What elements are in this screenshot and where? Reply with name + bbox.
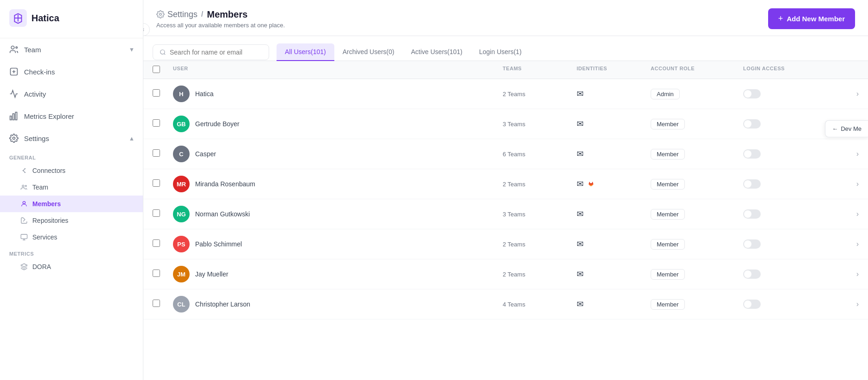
svg-point-14 xyxy=(25,185,27,187)
row-chevron-icon[interactable]: › xyxy=(836,210,859,218)
sidebar-item-connectors[interactable]: Connectors xyxy=(0,162,143,179)
row-checkbox[interactable] xyxy=(153,179,173,189)
identity-icons: ✉ xyxy=(577,179,651,189)
login-toggle[interactable] xyxy=(743,119,761,129)
login-access-cell[interactable] xyxy=(743,149,836,159)
breadcrumb-settings: Settings xyxy=(156,10,197,19)
svg-point-15 xyxy=(23,202,25,204)
login-toggle[interactable] xyxy=(743,209,761,219)
user-name: Casper xyxy=(195,150,216,158)
row-select-checkbox[interactable] xyxy=(153,119,160,127)
row-chevron-icon[interactable]: › xyxy=(836,90,859,98)
login-access-cell[interactable] xyxy=(743,300,836,309)
row-select-checkbox[interactable] xyxy=(153,239,160,247)
svg-point-18 xyxy=(160,49,165,54)
table-header: USER TEAMS IDENTITIES ACCOUNT ROLE LOGIN… xyxy=(143,61,868,79)
sidebar-item-repositories[interactable]: Repositories xyxy=(0,212,143,229)
role-cell: Member xyxy=(651,209,743,220)
login-access-cell[interactable] xyxy=(743,179,836,189)
sidebar-item-metrics-explorer[interactable]: Metrics Explorer xyxy=(0,105,143,127)
login-access-cell[interactable] xyxy=(743,89,836,98)
svg-rect-16 xyxy=(21,234,27,239)
login-access-cell[interactable] xyxy=(743,119,836,129)
breadcrumb-page-label: Members xyxy=(207,9,248,20)
sidebar-item-team[interactable]: Team ▾ xyxy=(0,38,143,61)
role-cell: Member xyxy=(651,299,743,310)
login-toggle[interactable] xyxy=(743,179,761,189)
teams-count: 3 Teams xyxy=(503,211,577,218)
side-panel-label: Dev Me xyxy=(841,125,862,132)
role-badge: Member xyxy=(651,209,685,220)
sidebar-item-team-sub[interactable]: Team xyxy=(0,179,143,196)
row-chevron-icon[interactable]: › xyxy=(836,240,859,248)
sidebar-item-settings[interactable]: Settings ▴ xyxy=(0,127,143,149)
role-badge: Admin xyxy=(651,89,680,99)
row-checkbox[interactable] xyxy=(153,300,173,309)
identity-icons: ✉ xyxy=(577,149,651,159)
tab-login-users[interactable]: Login Users(1) xyxy=(471,43,530,61)
add-button-label: Add New Member xyxy=(787,15,845,23)
row-select-checkbox[interactable] xyxy=(153,209,160,217)
teams-count: 4 Teams xyxy=(503,301,577,308)
table-row: CL Christopher Larson 4 Teams ✉ Member › xyxy=(143,289,868,319)
table-body: H Hatica 2 Teams ✉ Admin › GB Gertrude B… xyxy=(143,79,868,319)
sidebar-item-activity[interactable]: Activity xyxy=(0,83,143,105)
select-all-checkbox[interactable] xyxy=(153,66,160,73)
login-access-cell[interactable] xyxy=(743,239,836,249)
tab-active-users[interactable]: Active Users(101) xyxy=(403,43,471,61)
row-checkbox[interactable] xyxy=(153,270,173,279)
row-select-checkbox[interactable] xyxy=(153,149,160,157)
login-access-cell[interactable] xyxy=(743,270,836,279)
add-new-member-button[interactable]: + Add New Member xyxy=(768,8,855,29)
hatica-logo-icon xyxy=(9,9,27,27)
login-toggle[interactable] xyxy=(743,89,761,98)
sidebar-item-checkins[interactable]: Check-ins xyxy=(0,61,143,83)
user-cell: GB Gertrude Boyer xyxy=(173,116,503,132)
row-select-checkbox[interactable] xyxy=(153,179,160,187)
sidebar: Hatica Team ▾ Check-ins Activity Metrics… xyxy=(0,0,143,380)
role-cell: Member xyxy=(651,179,743,190)
user-name: Jay Mueller xyxy=(195,270,228,278)
login-toggle[interactable] xyxy=(743,239,761,249)
row-select-checkbox[interactable] xyxy=(153,270,160,277)
row-chevron-icon[interactable]: › xyxy=(836,180,859,188)
row-chevron-icon[interactable]: › xyxy=(836,270,859,278)
tab-archived-users[interactable]: Archived Users(0) xyxy=(334,43,403,61)
role-cell: Member xyxy=(651,269,743,280)
row-checkbox[interactable] xyxy=(153,209,173,219)
services-icon xyxy=(20,233,28,241)
login-toggle[interactable] xyxy=(743,270,761,279)
checkins-icon xyxy=(9,67,18,76)
team-sub-icon xyxy=(20,184,28,191)
services-label: Services xyxy=(32,233,57,241)
sidebar-item-dora[interactable]: DORA xyxy=(0,258,143,275)
tab-all-users[interactable]: All Users(101) xyxy=(277,43,334,61)
breadcrumb: Settings / Members xyxy=(156,9,285,20)
search-input[interactable] xyxy=(170,49,262,56)
row-checkbox[interactable] xyxy=(153,149,173,159)
login-access-cell[interactable] xyxy=(743,209,836,219)
sidebar-item-members[interactable]: Members xyxy=(0,196,143,212)
avatar: JM xyxy=(173,266,190,282)
avatar: PS xyxy=(173,236,190,252)
role-badge: Member xyxy=(651,269,685,280)
search-box[interactable] xyxy=(153,44,269,60)
row-checkbox[interactable] xyxy=(153,239,173,249)
members-icon xyxy=(20,200,28,208)
connectors-icon xyxy=(20,167,28,174)
row-select-checkbox[interactable] xyxy=(153,89,160,97)
chevron-down-icon: ▾ xyxy=(130,45,134,54)
team-icon xyxy=(9,45,18,54)
row-chevron-icon[interactable]: › xyxy=(836,150,859,158)
row-checkbox[interactable] xyxy=(153,89,173,98)
sidebar-item-services[interactable]: Services xyxy=(0,229,143,245)
row-chevron-icon[interactable]: › xyxy=(836,300,859,308)
table-row: PS Pablo Schimmel 2 Teams ✉ Member › xyxy=(143,229,868,259)
login-toggle[interactable] xyxy=(743,149,761,159)
login-toggle[interactable] xyxy=(743,300,761,309)
role-badge: Member xyxy=(651,299,685,310)
row-select-checkbox[interactable] xyxy=(153,300,160,307)
teams-count: 2 Teams xyxy=(503,91,577,98)
row-checkbox[interactable] xyxy=(153,119,173,129)
user-cell: CL Christopher Larson xyxy=(173,296,503,313)
